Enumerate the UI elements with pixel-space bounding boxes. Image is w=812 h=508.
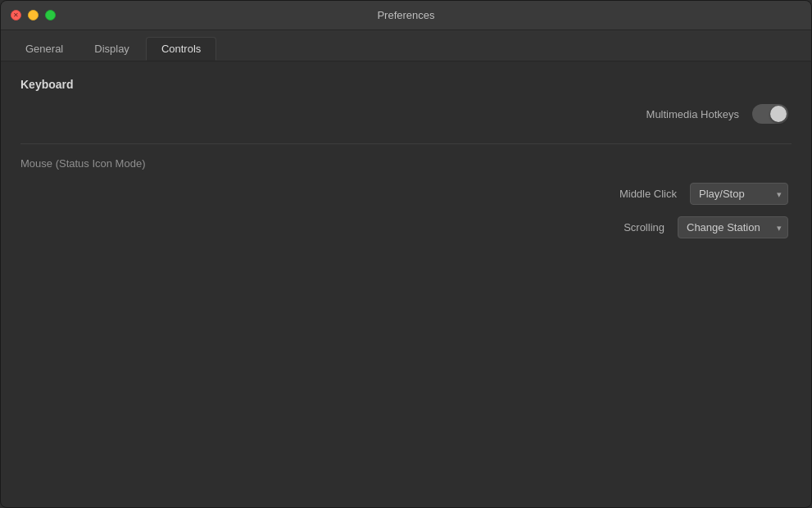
window-title: Preferences	[377, 9, 434, 21]
multimedia-hotkeys-toggle[interactable]	[752, 104, 788, 124]
titlebar: ✕ Preferences	[1, 1, 811, 30]
keyboard-section-title: Keyboard	[20, 78, 792, 91]
middle-click-dropdown[interactable]: Play/Stop Mute Nothing	[690, 183, 788, 205]
section-divider	[20, 143, 792, 144]
multimedia-hotkeys-row: Multimedia Hotkeys	[20, 104, 792, 124]
keyboard-section: Keyboard Multimedia Hotkeys	[20, 78, 792, 124]
tab-display[interactable]: Display	[79, 38, 144, 60]
middle-click-row: Middle Click Play/Stop Mute Nothing	[20, 183, 792, 205]
mouse-section-title: Mouse (Status Icon Mode)	[20, 157, 792, 170]
tab-general[interactable]: General	[11, 38, 78, 60]
close-button[interactable]: ✕	[11, 10, 21, 20]
window-controls: ✕	[11, 10, 56, 20]
middle-click-label: Middle Click	[619, 188, 677, 200]
scrolling-label: Scrolling	[624, 221, 665, 234]
scrolling-dropdown[interactable]: Change Station Change Volume Nothing	[678, 216, 788, 238]
scrolling-row: Scrolling Change Station Change Volume N…	[20, 216, 792, 238]
minimize-button[interactable]	[28, 10, 39, 20]
content-area: Keyboard Multimedia Hotkeys Mouse (Statu…	[1, 61, 811, 507]
middle-click-dropdown-wrapper: Play/Stop Mute Nothing	[690, 183, 788, 205]
mouse-section: Mouse (Status Icon Mode) Middle Click Pl…	[20, 157, 792, 238]
scrolling-dropdown-wrapper: Change Station Change Volume Nothing	[678, 216, 788, 238]
multimedia-hotkeys-label: Multimedia Hotkeys	[646, 108, 739, 120]
tabs-bar: General Display Controls	[1, 30, 811, 61]
close-icon: ✕	[13, 12, 19, 19]
maximize-button[interactable]	[45, 10, 56, 20]
toggle-knob	[770, 106, 787, 122]
preferences-window: ✕ Preferences General Display Controls K…	[0, 0, 812, 508]
tab-controls[interactable]: Controls	[146, 37, 216, 61]
